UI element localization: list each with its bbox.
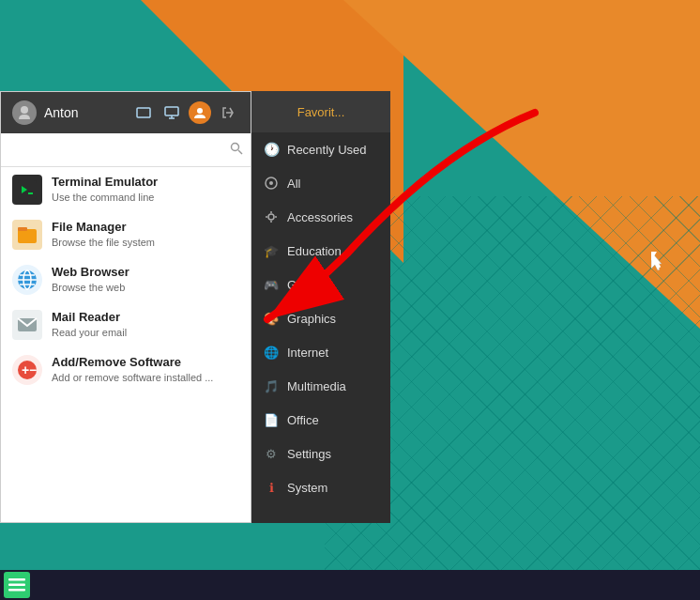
all-icon	[263, 175, 280, 192]
graphics-label: Graphics	[287, 312, 336, 326]
settings-icon: ⚙	[263, 445, 280, 462]
graphics-icon: 🎨	[263, 310, 280, 327]
terminal-icon	[12, 175, 42, 205]
add-remove-title: Add/Remove Software	[52, 355, 213, 371]
category-item-internet[interactable]: 🌐 Internet	[251, 335, 390, 369]
svg-rect-10	[165, 107, 178, 115]
games-icon: 🎮	[263, 276, 280, 293]
system-icon: ℹ	[263, 479, 280, 496]
category-item-education[interactable]: 🎓 Education	[251, 234, 390, 268]
category-item-accessories[interactable]: Accessories	[251, 200, 390, 234]
mail-reader-icon	[12, 310, 42, 340]
username-label: Anton	[44, 105, 125, 120]
category-list: 🕐 Recently Used All	[251, 132, 390, 523]
svg-text:−: −	[29, 362, 37, 377]
menu-header: Anton	[1, 92, 251, 133]
all-label: All	[287, 177, 300, 191]
left-panel: Anton	[0, 91, 251, 523]
svg-rect-40	[8, 584, 25, 587]
svg-line-16	[238, 150, 242, 154]
add-remove-desc: Add or remove software installed ...	[52, 371, 213, 384]
svg-point-0	[21, 106, 28, 114]
taskbar-menu-button[interactable]	[4, 572, 30, 598]
games-label: Games	[287, 278, 327, 292]
svg-rect-39	[8, 578, 25, 581]
category-item-system[interactable]: ℹ System	[251, 470, 390, 504]
desktop: Anton	[0, 0, 700, 600]
svg-rect-21	[18, 227, 27, 231]
search-input[interactable]	[8, 143, 230, 157]
search-icon[interactable]	[230, 142, 243, 158]
svg-point-13	[197, 108, 203, 114]
mail-reader-desc: Read your email	[52, 326, 127, 339]
recently-used-label: Recently Used	[287, 143, 367, 157]
logout-icon-btn[interactable]	[217, 101, 239, 124]
category-item-settings[interactable]: ⚙ Settings	[251, 437, 390, 470]
category-item-office[interactable]: 📄 Office	[251, 403, 390, 437]
avatar	[12, 100, 37, 125]
file-manager-desc: Browse the file system	[52, 236, 155, 249]
settings-label: Settings	[287, 447, 331, 461]
tab-label: Favorit...	[297, 105, 345, 119]
office-icon: 📄	[263, 411, 280, 428]
terminal-desc: Use the command line	[52, 191, 158, 204]
svg-rect-20	[18, 229, 37, 243]
app-menu: Anton	[0, 91, 390, 523]
web-browser-icon	[12, 265, 42, 295]
education-icon: 🎓	[263, 242, 280, 259]
svg-point-32	[269, 181, 273, 185]
multimedia-label: Multimedia	[287, 379, 346, 393]
accessories-icon	[263, 208, 280, 225]
terminal-title: Terminal Emulator	[52, 175, 158, 191]
list-item[interactable]: Terminal Emulator Use the command line	[1, 167, 251, 212]
category-item-games[interactable]: 🎮 Games	[251, 268, 390, 301]
mail-reader-text: Mail Reader Read your email	[52, 310, 127, 339]
category-item-graphics[interactable]: 🎨 Graphics	[251, 301, 390, 335]
monitor-icon-btn[interactable]	[160, 101, 183, 124]
svg-rect-1	[137, 108, 150, 117]
category-item-all[interactable]: All	[251, 166, 390, 200]
keyboard-icon-btn[interactable]	[132, 101, 155, 124]
category-item-multimedia[interactable]: 🎵 Multimedia	[251, 369, 390, 403]
mail-reader-title: Mail Reader	[52, 310, 127, 326]
add-remove-text: Add/Remove Software Add or remove softwa…	[52, 355, 213, 384]
internet-icon: 🌐	[263, 344, 280, 361]
office-label: Office	[287, 413, 319, 427]
list-item[interactable]: Web Browser Browse the web	[1, 257, 251, 302]
web-browser-text: Web Browser Browse the web	[52, 265, 129, 294]
search-bar	[1, 133, 251, 167]
svg-point-33	[268, 214, 274, 220]
list-item[interactable]: + − Add/Remove Software Add or remove so…	[1, 347, 251, 392]
web-browser-desc: Browse the web	[52, 281, 129, 294]
web-browser-title: Web Browser	[52, 265, 129, 281]
add-remove-icon: + −	[12, 355, 42, 385]
multimedia-icon: 🎵	[263, 377, 280, 394]
file-manager-icon	[12, 220, 42, 250]
right-panel: Favorit... 🕐 Recently Used All	[251, 91, 390, 523]
svg-point-15	[232, 144, 239, 151]
taskbar	[0, 570, 700, 600]
system-label: System	[287, 481, 327, 495]
favorites-list: Terminal Emulator Use the command line F…	[1, 167, 251, 522]
internet-label: Internet	[287, 346, 328, 360]
category-item-recently-used[interactable]: 🕐 Recently Used	[251, 132, 390, 166]
header-icon-group	[132, 101, 239, 124]
svg-rect-41	[8, 589, 25, 592]
recently-used-icon: 🕐	[263, 141, 280, 158]
file-manager-text: File Manager Browse the file system	[52, 220, 155, 249]
right-panel-tabs: Favorit...	[251, 91, 390, 132]
list-item[interactable]: File Manager Browse the file system	[1, 212, 251, 257]
terminal-text: Terminal Emulator Use the command line	[52, 175, 158, 204]
svg-text:+: +	[22, 362, 29, 377]
accessories-label: Accessories	[287, 210, 353, 224]
user-icon-btn[interactable]	[189, 101, 211, 124]
education-label: Education	[287, 244, 342, 258]
list-item[interactable]: Mail Reader Read your email	[1, 302, 251, 347]
file-manager-title: File Manager	[52, 220, 155, 236]
